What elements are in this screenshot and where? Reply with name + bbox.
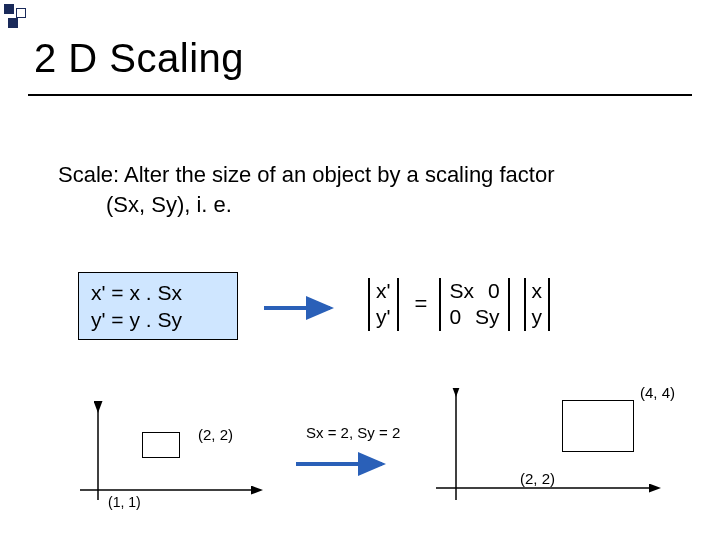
scaling-matrix: Sx 0 0 Sy [439,278,509,331]
rhs-r1: x [532,278,543,304]
arrow-to-result [294,452,394,476]
rhs-r2: y [532,304,543,330]
axes-before [60,400,280,520]
label-after-origin: (2, 2) [520,470,555,487]
label-before-topright: (2, 2) [198,426,233,443]
matrix-equation: x' y' = Sx 0 0 Sy x y [368,278,550,331]
vector-lhs: x' y' [368,278,399,331]
slide-title: 2 D Scaling [34,36,244,81]
description-line2: (Sx, Sy), i. e. [58,190,658,220]
scale-note: Sx = 2, Sy = 2 [306,424,400,441]
rect-after [562,400,634,452]
equals-sign: = [409,291,434,317]
vector-rhs: x y [524,278,551,331]
label-after-topright: (4, 4) [640,384,675,401]
eq-xprime: x' = x . Sx [91,279,237,306]
title-underline [28,94,692,96]
label-before-origin: (1, 1) [108,494,141,510]
lhs-r1: x' [376,278,391,304]
eq-yprime: y' = y . Sy [91,306,237,333]
lhs-r2: y' [376,304,391,330]
arrow-to-matrix [262,296,342,320]
m-r2c1: 0 [449,304,461,330]
m-r1c2: 0 [488,278,500,304]
rect-before [142,432,180,458]
description-line1: Scale: Alter the size of an object by a … [58,160,658,190]
description: Scale: Alter the size of an object by a … [58,160,658,219]
scalar-equations-box: x' = x . Sx y' = y . Sy [78,272,238,340]
m-r1c1: Sx [449,278,474,304]
m-r2c2: Sy [475,304,500,330]
